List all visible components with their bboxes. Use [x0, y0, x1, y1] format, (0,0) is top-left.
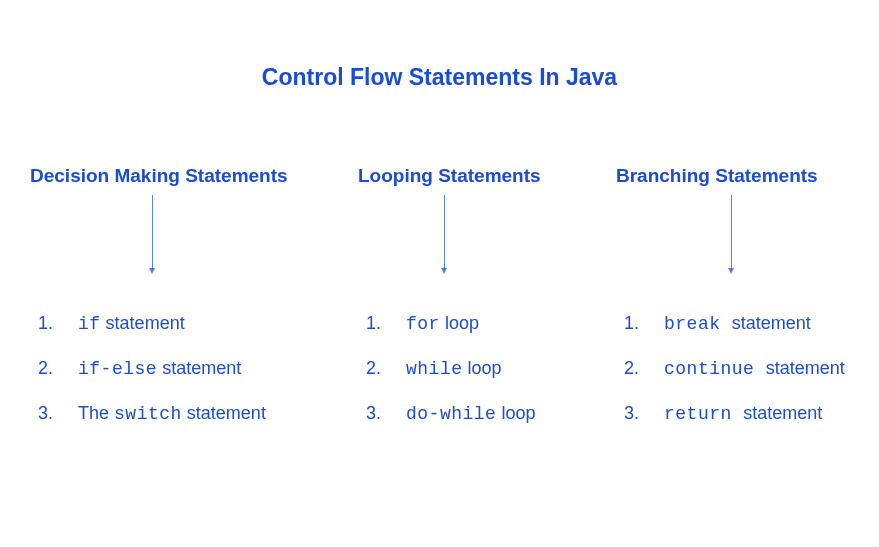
item-number: 3.: [624, 403, 664, 424]
columns-container: Decision Making Statements 1. if stateme…: [30, 165, 849, 448]
item-number: 3.: [366, 403, 406, 424]
item-text: if-else statement: [78, 358, 241, 379]
category-header: Branching Statements: [616, 165, 849, 187]
list-item: 3. The switch statement: [38, 403, 358, 424]
list-item: 2. continue statement: [624, 358, 849, 379]
list-item: 2. while loop: [366, 358, 616, 379]
item-text: while loop: [406, 358, 502, 379]
statement-list: 1. if statement 2. if-else statement 3. …: [30, 313, 358, 448]
item-number: 2.: [38, 358, 78, 379]
item-number: 3.: [38, 403, 78, 424]
statement-list: 1. for loop 2. while loop 3. do-while lo…: [358, 313, 616, 448]
arrow-down-icon: [358, 195, 616, 295]
arrow-down-icon: [616, 195, 849, 295]
list-item: 1. if statement: [38, 313, 358, 334]
column-branching: Branching Statements 1. break statement …: [616, 165, 849, 448]
statement-list: 1. break statement 2. continue statement…: [616, 313, 849, 448]
list-item: 2. if-else statement: [38, 358, 358, 379]
list-item: 1. for loop: [366, 313, 616, 334]
list-item: 3. do-while loop: [366, 403, 616, 424]
category-header: Looping Statements: [358, 165, 616, 187]
page-title: Control Flow Statements In Java: [262, 64, 617, 91]
item-number: 2.: [366, 358, 406, 379]
arrow-down-icon: [30, 195, 358, 295]
item-text: continue statement: [664, 358, 845, 379]
item-text: do-while loop: [406, 403, 535, 424]
item-number: 1.: [366, 313, 406, 334]
item-text: if statement: [78, 313, 185, 334]
item-text: return statement: [664, 403, 822, 424]
column-decision-making: Decision Making Statements 1. if stateme…: [30, 165, 358, 448]
item-text: The switch statement: [78, 403, 266, 424]
category-header: Decision Making Statements: [30, 165, 358, 187]
list-item: 3. return statement: [624, 403, 849, 424]
item-text: for loop: [406, 313, 479, 334]
item-number: 1.: [624, 313, 664, 334]
item-number: 2.: [624, 358, 664, 379]
column-looping: Looping Statements 1. for loop 2. while …: [358, 165, 616, 448]
item-number: 1.: [38, 313, 78, 334]
list-item: 1. break statement: [624, 313, 849, 334]
item-text: break statement: [664, 313, 811, 334]
